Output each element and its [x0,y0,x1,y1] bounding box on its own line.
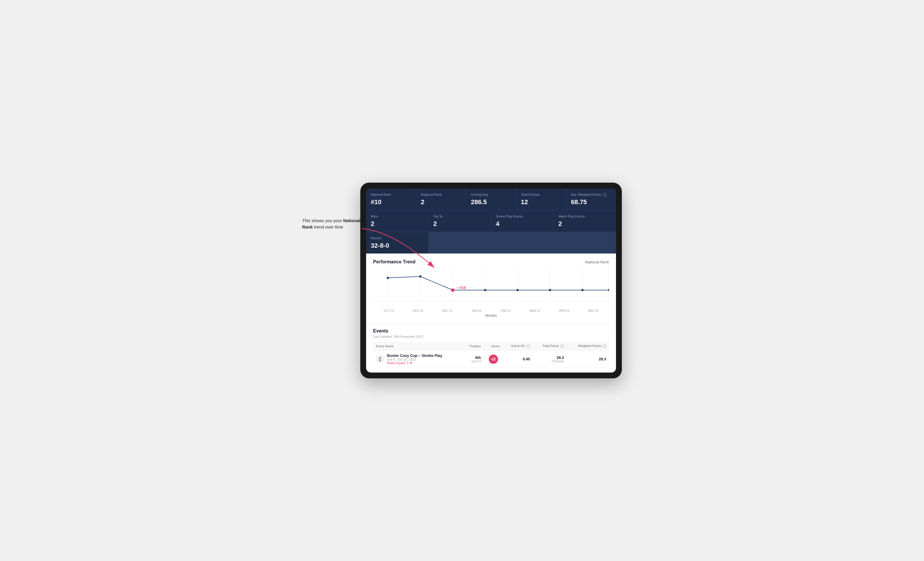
chart-x-label-oct23: OCT 23 [374,309,404,313]
events-table: Event Name Position Score Event SG i Tot… [373,342,609,368]
stats-row-1: National Rank #10 Regional Rank 2 Scorin… [366,188,616,210]
svg-point-10 [387,277,389,279]
chart-x-axis-title: Months [373,314,609,318]
events-table-body: 🏌️ Buster Cozy Cup – Stroke Play Oct 9 -… [373,350,609,368]
svg-point-17 [608,289,609,291]
events-section: Events Last updated: 24th November 2023 … [366,324,616,373]
chart-x-label-feb24: FEB 24 [491,309,520,313]
stat-regional-rank: Regional Rank 2 [416,188,466,210]
col-total-points: Total Points i [533,342,567,350]
score-badge: -22 [489,355,498,364]
chart-x-label-nov23: NOV 23 [404,309,433,313]
col-weighted-points: Weighted Points i [567,342,609,350]
weighted-points-cell: 28.3 [567,350,609,368]
events-header: Events [373,328,609,334]
col-event-sg: Event SG i [502,342,533,350]
annotation-text: This shows you your National Rank trend … [302,217,366,230]
event-position-cell: 6th out of 7 [463,350,484,368]
outer-wrapper: This shows you your National Rank trend … [302,183,622,378]
svg-point-13 [484,289,486,291]
stat-total-rounds: Total Rounds 12 [516,188,566,210]
total-points-value: 28.3 [536,355,564,360]
chart-x-labels: OCT 23 NOV 23 DEC 23 JAN 24 FEB 24 MAR 2… [373,309,609,313]
total-points-cell: 28.3 3 Rounds [533,350,567,368]
event-icon: 🏌️ [376,355,384,363]
event-sg-value: 0.45 [506,357,530,361]
tablet-screen: National Rank #10 Regional Rank 2 Scorin… [366,188,616,373]
performance-trend-section: Performance Trend National Rank [366,253,616,324]
chart-x-label-jan24: JAN 24 [462,309,491,313]
chart-x-label-mar24: MAR 24 [520,309,550,313]
stat-scoring-avg: Scoring Avg. 286.5 [466,188,516,210]
table-row: 🏌️ Buster Cozy Cup – Stroke Play Oct 9 -… [373,350,609,368]
chart-legend: National Rank [585,260,609,264]
chart-area: • #10 [373,269,609,307]
stat-national-rank: National Rank #10 [366,188,416,210]
info-icon-total-points: i [561,344,564,348]
svg-point-11 [419,275,422,278]
event-name: Buster Cozy Cup – Stroke Play [387,353,442,358]
events-last-updated: Last updated: 24th November 2023 [373,335,609,338]
svg-point-15 [549,289,551,291]
weighted-points-value: 28.3 [570,357,606,361]
stats-row-2: Wins 2 Top 3s 2 Stroke Play Events 4 Mat… [366,210,616,254]
event-date: Oct 9 - Oct 10, 2023 [387,358,442,361]
svg-text:• #10: • #10 [457,286,466,290]
stat-record: Record 32-8-0 [366,232,428,253]
col-score: Score [484,342,502,350]
stat-wins: Wins 2 [366,210,428,232]
events-title: Events [373,328,609,334]
event-score-cell: -22 [484,350,502,368]
svg-point-12 [451,288,454,292]
events-table-header-row: Event Name Position Score Event SG i Tot… [373,342,609,350]
events-table-head: Event Name Position Score Event SG i Tot… [373,342,609,350]
chart-header: Performance Trend National Rank [373,259,609,265]
event-sg-cell: 0.45 [502,350,533,368]
chart-x-label-dec23: DEC 23 [433,309,462,313]
chart-x-label-apr24: APR 24 [549,309,579,313]
info-icon-event-sg: i [526,344,530,348]
event-position-sub: out of 7 [465,360,481,363]
chart-title: Performance Trend [373,259,416,265]
svg-point-14 [516,289,519,291]
chart-x-label-may24: MAY 24 [579,309,608,313]
info-icon-weighted-points: i [603,344,606,348]
stat-top3s: Top 3s 2 [429,210,491,232]
chart-svg: • #10 [373,269,609,307]
rank-impact: Rank Impact: 3 ▼ [387,361,442,365]
info-icon-avg-weighted: i [603,193,606,197]
tablet-frame: National Rank #10 Regional Rank 2 Scorin… [360,183,622,378]
col-event-name: Event Name [373,342,463,350]
event-position: 6th [465,355,481,360]
stat-stroke-play-events: Stroke Play Events 4 [491,210,554,232]
stat-avg-weighted-points: Avg. Weighted Points i 68.75 [566,188,616,210]
stat-match-play-events: Match Play Events 2 [554,210,616,232]
svg-point-16 [581,289,584,291]
event-name-cell: 🏌️ Buster Cozy Cup – Stroke Play Oct 9 -… [373,350,463,368]
col-position: Position [463,342,484,350]
total-points-sub: 3 Rounds [536,360,564,363]
